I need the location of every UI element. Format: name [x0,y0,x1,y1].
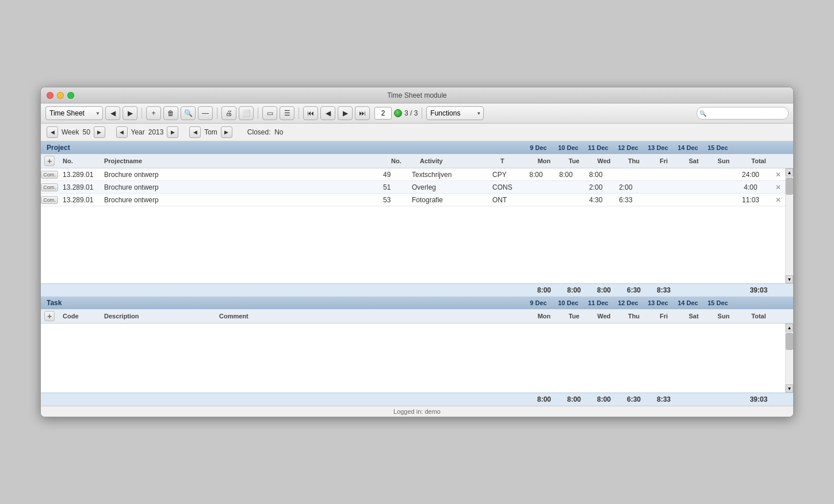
th-task-tue: Tue [559,313,589,320]
delete-record-button[interactable]: 🗑 [163,106,178,120]
week-next-button[interactable]: ▶ [94,126,105,138]
project-table-header: + No. Projectname No. Activity T Mon Tue… [41,154,793,168]
last-page-button[interactable]: ⏭ [355,106,370,120]
project-scroll-down[interactable]: ▼ [786,275,793,283]
project-date-14dec: 14 Dec [673,144,703,151]
person-next-button[interactable]: ▶ [221,126,232,138]
td-wed-1[interactable]: 8:00 [581,171,611,179]
export-button[interactable]: ⬜ [239,106,254,120]
task-scroll-thumb[interactable] [786,333,793,350]
project-table-section: Com. 13.289.01 Brochure ontwerp 49 Texts… [41,168,793,283]
page-input[interactable] [374,107,392,120]
task-section-header: Task 9 Dec 10 Dec 11 Dec 12 Dec 13 Dec 1… [41,297,793,309]
td-wed-3[interactable]: 4:30 [581,196,611,204]
delete-row-2[interactable]: ✕ [775,183,781,191]
td-thu-2[interactable]: 2:00 [611,183,641,191]
module-select[interactable]: Time Sheet [45,106,103,120]
task-total-wed: 8:00 [589,395,619,403]
th-total: Total [739,157,779,164]
view-single-button[interactable]: ▭ [262,106,277,120]
td-type-1: CPY [492,171,521,179]
window-title: Time Sheet module [387,91,447,99]
task-scroll-up[interactable]: ▲ [786,324,793,332]
view-list-button[interactable]: ☰ [280,106,294,120]
task-table-section: ▲ ▼ [41,324,793,393]
td-total-3: 11:03 [730,196,771,204]
td-type-3: ONT [492,196,521,204]
total-total: 39:03 [739,286,779,294]
project-row-2: Com. 13.289.01 Brochure ontwerp 51 Overl… [41,181,785,194]
year-label: Year [131,128,145,136]
sep4 [299,107,299,119]
task-date-11dec: 11 Dec [583,299,613,306]
td-proj-2: Brochure ontwerp [104,183,383,191]
title-bar: Time Sheet module [41,87,793,103]
search-wrapper [697,107,789,120]
week-prev-button[interactable]: ◀ [47,126,58,138]
maximize-button[interactable] [67,92,74,99]
th-task-total: Total [739,313,779,320]
sep2 [217,107,217,119]
minimize-button[interactable] [57,92,64,99]
year-next-button[interactable]: ▶ [167,126,178,138]
project-date-12dec: 12 Dec [613,144,643,151]
th-task-sat: Sat [679,313,709,320]
td-wed-2[interactable]: 2:00 [581,183,611,191]
first-page-button[interactable]: ⏮ [303,106,318,120]
print-button[interactable]: 🖨 [221,106,236,120]
td-proj-1: Brochure ontwerp [104,171,383,179]
total-mon: 8:00 [529,286,559,294]
td-total-2: 4:00 [730,183,771,191]
task-totals-row: 8:00 8:00 8:00 6:30 8:33 39:03 [41,393,793,406]
td-mon-1[interactable]: 8:00 [521,171,551,179]
next-page-button[interactable]: ▶ [338,106,353,120]
project-scrollbar[interactable]: ▲ ▼ [785,168,793,283]
page-indicator: 3 / 3 [374,107,418,120]
nav-bar: ◀ Week 50 ▶ ◀ Year 2013 ▶ ◀ Tom ▶ Closed… [41,124,793,141]
th-task-wed: Wed [589,313,619,320]
project-date-11dec: 11 Dec [583,144,613,151]
th-task-fri: Fri [649,313,679,320]
closed-info: Closed: No [247,128,284,136]
task-add-button[interactable]: + [44,311,55,321]
td-act-3: Fotografie [412,196,492,204]
project-scroll-track [786,176,793,275]
td-act-1: Textschrijven [412,171,492,179]
td-no-3: 13.289.01 [58,196,104,204]
functions-select[interactable]: Functions [426,106,484,120]
search-button[interactable]: 🔍 [181,106,196,120]
delete-row-1[interactable]: ✕ [775,171,781,179]
sep1 [141,107,142,119]
td-thu-3[interactable]: 6:33 [611,196,641,204]
functions-select-wrapper: Functions [426,106,484,120]
close-button[interactable] [47,92,53,99]
task-scrollbar[interactable]: ▲ ▼ [785,324,793,393]
task-total-fri: 8:33 [649,395,679,403]
th-sun: Sun [709,157,739,164]
comment-btn-3[interactable]: Com. [41,196,58,204]
prev-button[interactable]: ◀ [105,106,120,120]
add-record-button[interactable]: + [146,106,161,120]
task-scroll-down[interactable]: ▼ [786,384,793,393]
filter-button[interactable]: — [198,106,213,120]
prev-page-button[interactable]: ◀ [320,106,335,120]
project-totals-row: 8:00 8:00 8:00 6:30 8:33 39:03 [41,283,793,297]
comment-btn-2[interactable]: Com. [41,183,58,191]
th-tue: Tue [559,157,589,164]
project-scroll-thumb[interactable] [786,178,793,195]
next-button[interactable]: ▶ [123,106,137,120]
td-tue-1[interactable]: 8:00 [551,171,581,179]
toolbar: Time Sheet ◀ ▶ + 🗑 🔍 — 🖨 ⬜ ▭ ☰ ⏮ ◀ ▶ ⏭ 3… [41,103,793,124]
year-prev-button[interactable]: ◀ [116,126,128,138]
td-no-1: 13.289.01 [58,171,104,179]
project-scroll-up[interactable]: ▲ [786,168,793,176]
person-prev-button[interactable]: ◀ [189,126,201,138]
project-section-header: Project 9 Dec 10 Dec 11 Dec 12 Dec 13 De… [41,141,793,154]
delete-row-3[interactable]: ✕ [775,196,781,204]
task-section-title: Task [47,299,523,307]
search-input[interactable] [697,107,789,120]
project-add-button[interactable]: + [44,156,55,166]
total-tue: 8:00 [559,286,589,294]
window-controls [47,92,74,99]
comment-btn-1[interactable]: Com. [41,171,58,179]
